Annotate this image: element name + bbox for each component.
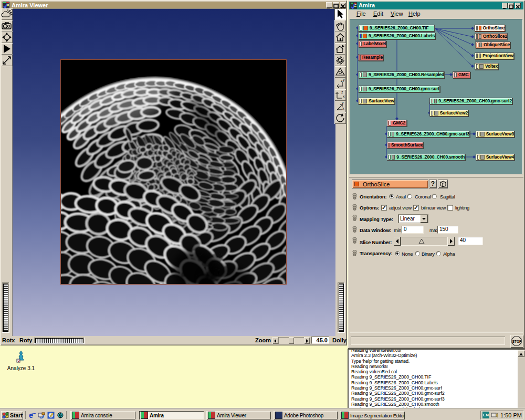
svg-text:x: x	[343, 94, 345, 98]
svg-text:y: y	[342, 101, 344, 105]
svg-text:y: y	[343, 78, 345, 82]
svg-text:z: z	[341, 90, 343, 94]
svg-text:STOP: STOP	[512, 340, 522, 343]
svg-text:x: x	[342, 107, 344, 110]
